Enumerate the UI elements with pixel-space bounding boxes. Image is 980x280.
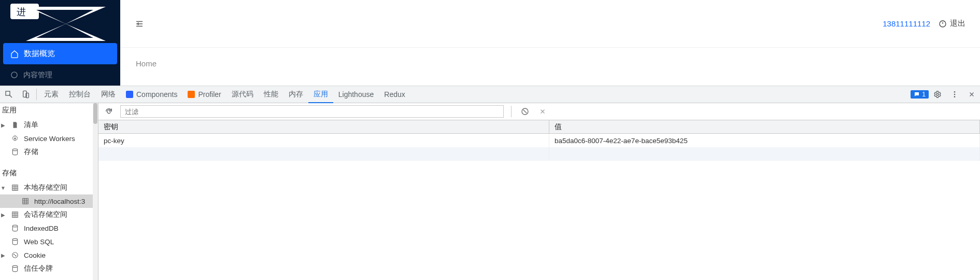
svg-point-23 xyxy=(16,256,16,256)
svg-marker-4 xyxy=(36,24,93,38)
chat-icon xyxy=(914,91,920,97)
tab-components[interactable]: Components xyxy=(121,86,182,103)
devtools-body: 应用 ▶ 清单 Service Workers 存储 存储 ▼ 本地存储空间 xyxy=(0,103,980,280)
svg-point-12 xyxy=(954,94,955,95)
tab-redux[interactable]: Redux xyxy=(379,86,410,103)
svg-point-11 xyxy=(954,91,955,93)
delete-icon[interactable] xyxy=(536,105,549,118)
logout-label: 退出 xyxy=(950,19,965,29)
sidebar-item-localhost[interactable]: http://localhost:3 xyxy=(0,194,98,208)
tab-network[interactable]: 网络 xyxy=(96,86,121,103)
sidebar-item-trust-tokens[interactable]: 信任令牌 xyxy=(0,262,98,275)
svg-rect-17 xyxy=(23,199,29,204)
svg-point-20 xyxy=(12,239,17,241)
svg-rect-18 xyxy=(12,212,18,218)
sidebar-group-app: 应用 xyxy=(0,103,98,118)
svg-point-19 xyxy=(12,225,17,227)
grid-icon xyxy=(21,198,30,205)
db-icon xyxy=(10,225,20,232)
app-logo: 进 xyxy=(0,0,120,43)
tab-memory[interactable]: 内存 xyxy=(283,86,308,103)
sidebar-item-service-workers[interactable]: Service Workers xyxy=(0,132,98,145)
sidebar-item-cookie[interactable]: ▶ Cookie xyxy=(0,248,98,262)
sidebar-item-websql[interactable]: Web SQL xyxy=(0,235,98,248)
app-top-section: 进 数据概览 内容管理 13811111112 xyxy=(0,0,980,86)
svg-point-24 xyxy=(12,265,17,268)
svg-point-5 xyxy=(11,72,17,78)
svg-point-21 xyxy=(12,253,18,258)
devtools-tabbar: 元素 控制台 网络 Components Profiler 源代码 性能 内存 … xyxy=(0,86,980,103)
svg-point-22 xyxy=(14,254,15,255)
tab-profiler[interactable]: Profiler xyxy=(182,86,226,103)
db-icon xyxy=(10,265,20,272)
devtools-panel: 元素 控制台 网络 Components Profiler 源代码 性能 内存 … xyxy=(0,86,980,280)
sidebar-group-storage: 存储 xyxy=(0,166,98,181)
svg-rect-16 xyxy=(12,185,18,191)
close-devtools-icon[interactable] xyxy=(963,91,980,98)
grid-icon xyxy=(10,184,20,191)
issues-badge[interactable]: 1 xyxy=(911,90,929,99)
logout-button[interactable]: 退出 xyxy=(939,19,965,29)
app-content: Home xyxy=(120,48,980,86)
tab-elements[interactable]: 元素 xyxy=(39,86,64,103)
file-icon xyxy=(10,121,20,129)
user-phone[interactable]: 13811111112 xyxy=(883,19,930,28)
nav-item-content-mgmt[interactable]: 内容管理 xyxy=(0,64,120,86)
tab-application[interactable]: 应用 xyxy=(308,86,333,103)
content-icon xyxy=(10,71,18,79)
cookie-icon xyxy=(10,251,20,259)
tab-lighthouse[interactable]: Lighthouse xyxy=(333,86,379,103)
nav-item-label: 数据概览 xyxy=(24,49,55,59)
app-sidebar: 进 数据概览 内容管理 xyxy=(0,0,120,86)
sidebar-collapse-icon[interactable] xyxy=(135,19,144,29)
sidebar-item-manifest[interactable]: ▶ 清单 xyxy=(0,118,98,132)
cell-value: ba5da0c6-8007-4e22-ae7e-bace5e93b425 xyxy=(549,134,980,147)
sidebar-item-indexeddb[interactable]: IndexedDB xyxy=(0,221,98,235)
db-icon xyxy=(10,238,20,245)
svg-point-10 xyxy=(936,93,939,95)
clear-all-icon[interactable] xyxy=(519,105,531,118)
table-header: 密钥 值 xyxy=(98,120,980,134)
nav-item-label: 内容管理 xyxy=(23,71,52,80)
sidebar-item-session-storage[interactable]: ▶ 会话存储空间 xyxy=(0,208,98,221)
kebab-icon[interactable] xyxy=(946,90,963,99)
application-sidebar: 应用 ▶ 清单 Service Workers 存储 存储 ▼ 本地存储空间 xyxy=(0,103,98,280)
storage-content: 密钥 值 pc-key ba5da0c6-8007-4e22-ae7e-bace… xyxy=(98,103,980,280)
inspect-icon[interactable] xyxy=(0,86,17,103)
app-topbar: 13811111112 退出 xyxy=(120,0,980,48)
svg-point-13 xyxy=(954,96,955,97)
svg-text:进: 进 xyxy=(17,7,26,17)
app-main: 13811111112 退出 Home xyxy=(120,0,980,86)
breadcrumb[interactable]: Home xyxy=(136,59,157,68)
svg-point-15 xyxy=(12,149,17,151)
nav-item-data-overview[interactable]: 数据概览 xyxy=(3,43,117,64)
col-header-key[interactable]: 密钥 xyxy=(98,120,549,133)
db-icon xyxy=(10,148,20,156)
refresh-icon[interactable] xyxy=(103,105,115,118)
settings-icon[interactable] xyxy=(929,90,946,99)
table-row[interactable] xyxy=(98,147,980,161)
logout-icon xyxy=(939,20,947,28)
storage-table: 密钥 值 pc-key ba5da0c6-8007-4e22-ae7e-bace… xyxy=(98,120,980,280)
svg-marker-3 xyxy=(36,10,93,24)
tab-console[interactable]: 控制台 xyxy=(64,86,96,103)
gear-icon xyxy=(10,135,20,142)
grid-icon xyxy=(10,211,20,218)
device-toggle-icon[interactable] xyxy=(17,86,34,103)
tab-performance[interactable]: 性能 xyxy=(259,86,283,103)
profiler-ext-icon xyxy=(188,91,195,98)
sidebar-item-local-storage[interactable]: ▼ 本地存储空间 xyxy=(0,181,98,194)
filter-input[interactable] xyxy=(120,105,504,118)
storage-toolbar xyxy=(98,103,980,120)
table-row[interactable]: pc-key ba5da0c6-8007-4e22-ae7e-bace5e93b… xyxy=(98,134,980,147)
logo-mark-icon: 进 xyxy=(10,4,109,44)
tab-sources[interactable]: 源代码 xyxy=(226,86,259,103)
sidebar-item-storage[interactable]: 存储 xyxy=(0,145,98,159)
svg-point-14 xyxy=(14,137,16,139)
react-ext-icon xyxy=(126,91,133,98)
col-header-value[interactable]: 值 xyxy=(549,120,980,133)
home-icon xyxy=(10,50,19,58)
cell-key: pc-key xyxy=(98,134,549,147)
sidebar-scrollbar[interactable] xyxy=(93,103,98,280)
